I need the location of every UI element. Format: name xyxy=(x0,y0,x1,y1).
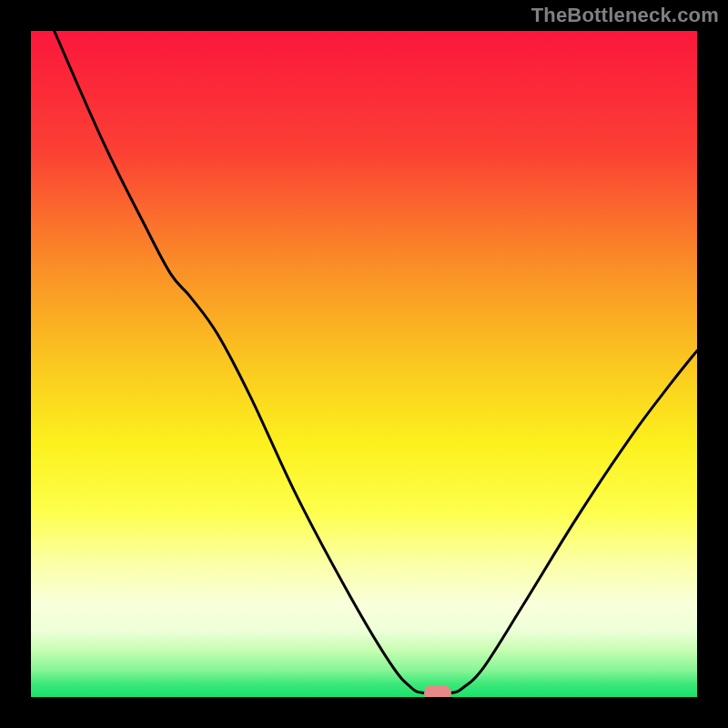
plot-area xyxy=(31,31,697,697)
attribution-text: TheBottleneck.com xyxy=(531,4,719,27)
chart-svg xyxy=(31,31,697,697)
optimal-marker xyxy=(424,685,451,697)
heatmap-background xyxy=(31,31,697,697)
chart-frame: TheBottleneck.com xyxy=(0,0,728,728)
